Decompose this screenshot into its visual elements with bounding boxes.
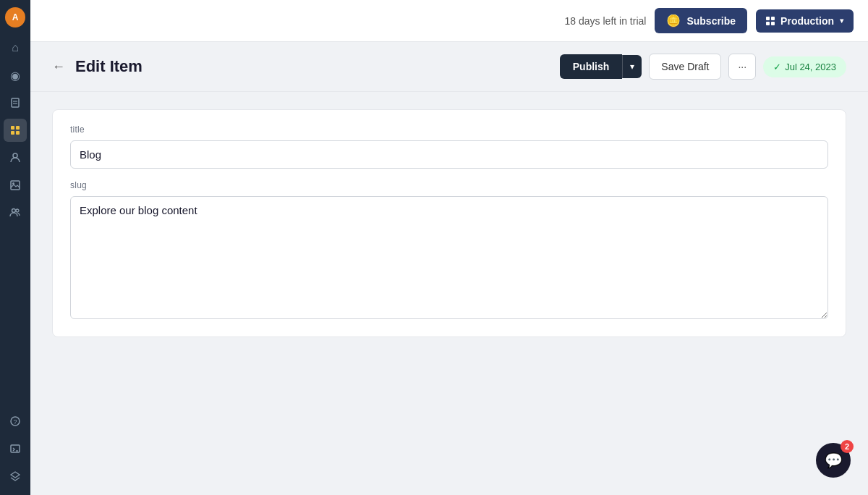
- svg-rect-8: [11, 181, 20, 190]
- production-button[interactable]: Production ▾: [756, 9, 854, 33]
- svg-text:?: ?: [13, 418, 17, 426]
- svg-rect-0: [12, 98, 19, 107]
- sidebar-item-users[interactable]: [4, 201, 27, 224]
- save-draft-button[interactable]: Save Draft: [649, 54, 721, 80]
- sidebar-item-team[interactable]: [4, 146, 27, 169]
- form-card: title slug Explore our blog content: [52, 109, 846, 337]
- publish-dropdown-button[interactable]: ▾: [622, 55, 642, 78]
- more-options-button[interactable]: ···: [728, 54, 756, 80]
- chat-badge: 2: [841, 440, 854, 453]
- title-field-label: title: [70, 124, 828, 135]
- svg-rect-14: [11, 445, 20, 452]
- svg-rect-4: [16, 126, 20, 130]
- svg-rect-6: [16, 131, 20, 135]
- page-header-right: Publish ▾ Save Draft ··· ✓ Jul 24, 2023: [560, 54, 846, 80]
- date-badge: ✓ Jul 24, 2023: [763, 56, 846, 77]
- sidebar-item-grid[interactable]: [4, 119, 27, 142]
- sidebar-item-image[interactable]: [4, 174, 27, 197]
- svg-point-11: [16, 209, 19, 212]
- chevron-down-icon: ▾: [840, 17, 843, 25]
- coin-icon: 🪙: [666, 14, 681, 28]
- grid-icon: [766, 17, 775, 25]
- sidebar-item-document[interactable]: [4, 91, 27, 114]
- page-header: ← Edit Item Publish ▾ Save Draft ··· ✓ J…: [30, 42, 868, 92]
- topbar: 18 days left in trial 🪙 Subscribe Produc…: [30, 0, 868, 42]
- chat-icon: 💬: [825, 452, 843, 469]
- svg-rect-3: [11, 126, 14, 130]
- sidebar-item-terminal[interactable]: [4, 437, 27, 460]
- publish-button[interactable]: Publish: [560, 54, 623, 79]
- publish-button-group: Publish ▾: [560, 54, 642, 79]
- svg-point-9: [12, 182, 14, 185]
- sidebar: A ⌂ ◉: [0, 0, 30, 495]
- svg-point-7: [13, 153, 17, 158]
- title-input[interactable]: [70, 140, 828, 169]
- sidebar-item-layers[interactable]: [4, 465, 27, 488]
- sidebar-item-help[interactable]: ?: [4, 410, 27, 433]
- back-button[interactable]: ←: [52, 59, 65, 75]
- page-title: Edit Item: [75, 57, 142, 76]
- sidebar-item-home[interactable]: ⌂: [4, 36, 27, 59]
- page-header-left: ← Edit Item: [52, 57, 142, 76]
- chat-widget[interactable]: 💬 2: [816, 443, 851, 478]
- avatar[interactable]: A: [5, 7, 25, 28]
- svg-rect-5: [11, 131, 14, 135]
- sidebar-item-activity[interactable]: ◉: [4, 64, 27, 87]
- slug-textarea[interactable]: Explore our blog content: [70, 196, 828, 319]
- content-area: ← Edit Item Publish ▾ Save Draft ··· ✓ J…: [30, 42, 868, 495]
- slug-field-label: slug: [70, 180, 828, 190]
- form-area: title slug Explore our blog content: [30, 92, 868, 495]
- subscribe-button[interactable]: 🪙 Subscribe: [655, 8, 747, 33]
- check-icon: ✓: [773, 62, 781, 72]
- trial-text: 18 days left in trial: [565, 15, 647, 27]
- chevron-down-icon: ▾: [630, 62, 634, 72]
- main-content: 18 days left in trial 🪙 Subscribe Produc…: [30, 0, 868, 495]
- svg-point-10: [12, 209, 16, 213]
